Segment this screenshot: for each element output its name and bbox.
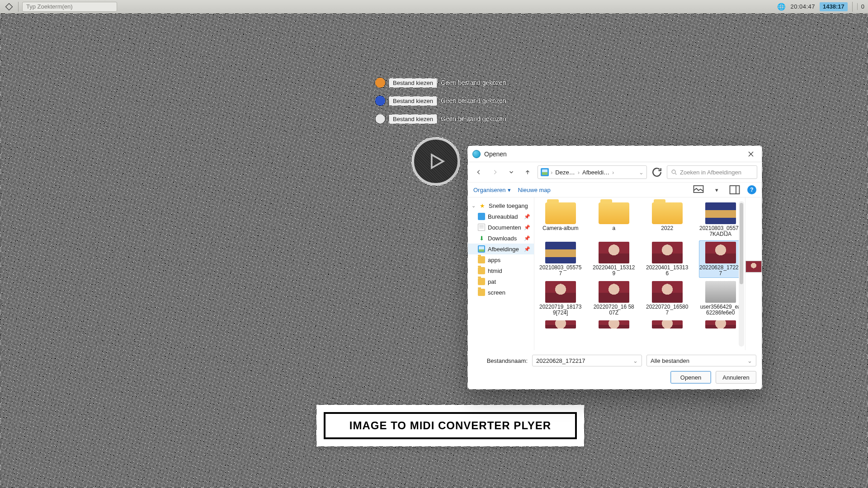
folder-icon	[545, 202, 576, 224]
view-mode-button[interactable]	[693, 184, 704, 195]
sidebar-item-quick-access[interactable]: ⌄ ★ Snelle toegang	[468, 200, 534, 211]
chevron-down-icon: ⌄	[633, 357, 638, 364]
nav-up-button[interactable]	[521, 166, 534, 178]
file-item[interactable]: 20220401_153129	[592, 240, 636, 278]
image-thumbnail	[545, 242, 576, 263]
image-thumbnail	[705, 281, 736, 303]
view-mode-caret[interactable]: ▾	[711, 184, 722, 195]
choose-file-button[interactable]: Bestand kiezen	[389, 114, 437, 124]
help-button[interactable]: ?	[747, 185, 756, 194]
image-thumbnail	[599, 320, 629, 328]
preview-pane-button[interactable]	[729, 184, 740, 195]
chevron-down-icon: ▾	[508, 187, 511, 193]
launcher-icon[interactable]	[4, 1, 14, 12]
sidebar-item-pictures[interactable]: Afbeeldinge 📌	[468, 244, 534, 254]
new-folder-button[interactable]: Nieuwe map	[518, 187, 551, 193]
image-thumbnail	[652, 320, 683, 328]
global-search-input[interactable]: Typ Zoekterm(en)	[22, 2, 117, 12]
file-item[interactable]: 20220719_181739[724]	[539, 280, 582, 317]
file-item[interactable]: 20210803_055757	[539, 240, 582, 278]
chevron-down-icon: ⌄	[472, 203, 476, 209]
dialog-toolbar: Organiseren ▾ Nieuwe map ▾ ?	[468, 182, 762, 197]
file-item[interactable]	[699, 319, 742, 330]
preview-thumbnail	[745, 261, 762, 272]
file-item[interactable]	[646, 319, 689, 330]
sidebar-item-htmid[interactable]: htmid	[468, 265, 534, 276]
file-item[interactable]: 20210803_055757KADIJA	[699, 201, 742, 239]
image-thumbnail	[652, 242, 683, 263]
pin-icon: 📌	[524, 225, 530, 230]
sidebar-item-documents[interactable]: Documenten 📌	[468, 222, 534, 233]
nav-forward-button[interactable]	[489, 166, 501, 178]
file-item[interactable]: 20220628_172217	[699, 240, 742, 278]
folder-icon	[652, 202, 683, 224]
document-icon	[478, 224, 485, 231]
dialog-actions: Openen Annuleren	[473, 371, 756, 384]
play-button[interactable]	[411, 137, 460, 186]
sidebar-item-desktop[interactable]: Bureaublad 📌	[468, 211, 534, 222]
file-chooser-row-1: Bestand kiezen Geen bestand gekozen	[375, 78, 506, 88]
file-item[interactable]: 20220401_153136	[646, 240, 689, 278]
scrollbar[interactable]	[739, 201, 744, 347]
refresh-button[interactable]	[651, 166, 663, 178]
breadcrumb-segment[interactable]: Deze…	[554, 169, 576, 176]
sidebar-item-screen[interactable]: screen	[468, 287, 534, 298]
image-thumbnail	[705, 320, 736, 328]
open-button[interactable]: Openen	[670, 371, 711, 384]
organize-menu[interactable]: Organiseren ▾	[473, 187, 511, 193]
file-item[interactable]	[592, 319, 636, 330]
color-swatch	[375, 114, 385, 124]
breadcrumb-segment[interactable]: Afbeeldi…	[581, 169, 610, 176]
divider	[852, 2, 853, 12]
dialog-title: Openen	[484, 150, 741, 158]
choose-file-button[interactable]: Bestand kiezen	[389, 96, 437, 106]
sidebar-item-downloads[interactable]: ⬇ Downloads 📌	[468, 233, 534, 244]
file-type-value: Alle bestanden	[651, 357, 689, 364]
file-item[interactable]	[539, 319, 582, 330]
scrollbar-thumb[interactable]	[740, 203, 743, 284]
app-title-text: IMAGE TO MIDI CONVERTER PLYER	[324, 412, 577, 439]
folder-icon	[478, 267, 485, 274]
file-type-filter[interactable]: Alle bestanden ⌄	[646, 355, 756, 366]
chevron-down-icon: ⌄	[747, 357, 752, 364]
edge-app-icon	[472, 150, 481, 158]
nav-recent-button[interactable]	[505, 166, 518, 178]
network-icon[interactable]: 🌐	[777, 3, 786, 11]
dialog-search-input[interactable]: Zoeken in Afbeeldingen	[667, 165, 757, 179]
tray: 🌐 20:04:47 1438:17 0	[777, 2, 864, 12]
file-item[interactable]: 2022	[646, 201, 689, 239]
breadcrumb[interactable]: › Deze… › Afbeeldi… › ⌄	[538, 165, 647, 179]
file-status-label: Geen bestand gekozen	[441, 97, 506, 104]
file-item[interactable]: a	[592, 201, 636, 239]
filename-value: 20220628_172217	[536, 357, 585, 364]
cancel-button[interactable]: Annuleren	[716, 371, 756, 384]
svg-point-0	[672, 170, 675, 174]
close-button[interactable]	[745, 149, 757, 160]
file-chooser-row-3: Bestand kiezen Geen bestand gekozen	[375, 114, 506, 124]
chevron-down-icon[interactable]: ⌄	[639, 169, 644, 176]
file-item-label: 20220720_165807	[646, 304, 689, 316]
file-item-label: 20210803_055757	[539, 265, 582, 277]
sidebar-item-pat[interactable]: pat	[468, 276, 534, 287]
svg-rect-2	[730, 186, 740, 194]
file-grid: Camera-albuma202220210803_055757KADIJA20…	[534, 197, 745, 350]
image-thumbnail	[545, 320, 576, 328]
chevron-right-icon: ›	[551, 169, 552, 176]
file-item-label: user3566429_ea62286fe6e0	[699, 304, 742, 316]
file-item-label: Camera-album	[539, 225, 582, 231]
nav-back-button[interactable]	[472, 166, 485, 178]
file-item-label: 20220628_172217	[699, 265, 742, 277]
timer-badge: 1438:17	[820, 2, 848, 11]
color-swatch	[375, 96, 385, 106]
sidebar-item-apps[interactable]: apps	[468, 254, 534, 265]
file-item[interactable]: user3566429_ea62286fe6e0	[699, 280, 742, 317]
file-item[interactable]: 20220720_16 5807Z	[592, 280, 636, 317]
file-item-label: 20220719_181739[724]	[539, 304, 582, 316]
choose-file-button[interactable]: Bestand kiezen	[389, 78, 437, 88]
file-item[interactable]: 20220720_165807	[646, 280, 689, 317]
file-item[interactable]: Camera-album	[539, 201, 582, 239]
desktop-icon	[478, 213, 485, 220]
folder-icon	[478, 256, 485, 263]
color-swatch	[375, 78, 385, 88]
filename-input[interactable]: 20220628_172217 ⌄	[532, 355, 642, 366]
